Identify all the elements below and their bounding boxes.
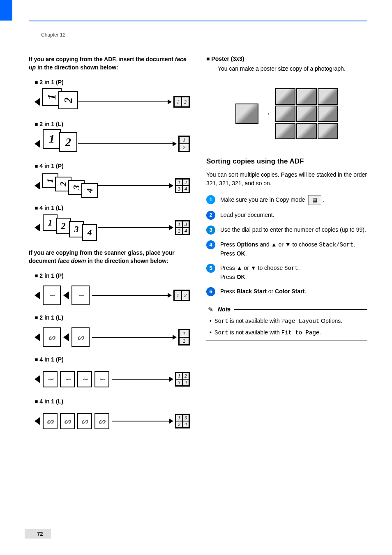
sort-heading: Sorting copies using the ADF	[206, 157, 367, 166]
layout-glass-2in1l: 2 in 1 (L) ᔕ ᔕ 12	[29, 314, 190, 351]
page-card: 1	[43, 129, 61, 149]
note-rule	[234, 309, 367, 310]
step-text: Press Options and ▲ or ▼ to choose Stack…	[220, 240, 367, 258]
page-card: 2	[59, 132, 77, 152]
note-title: Note	[218, 306, 231, 313]
step-5: 5 Press ▲ or ▼ to choose Sort. Press OK.	[206, 264, 367, 281]
step-4: 4 Press Options and ▲ or ▼ to choose Sta…	[206, 240, 367, 258]
photo-poster-grid	[275, 88, 338, 139]
step-1-text: Make sure you are in Copy mode	[220, 196, 305, 203]
glass-intro: If you are copying from the scanner glas…	[29, 249, 190, 265]
layout-label: 2 in 1 (L)	[35, 121, 190, 127]
layout-glass-4in1p: 4 in 1 (P) ∼ ∽ ∼ ∽ 1234	[29, 356, 190, 393]
page-card: ∽	[71, 286, 90, 305]
page-card: 1	[43, 214, 58, 231]
page-card: ᔕ	[43, 413, 58, 429]
result-grid: 12	[178, 329, 190, 345]
layout-adf-2in1l: 2 in 1 (L) 1 2 12	[29, 121, 190, 158]
sort-intro: You can sort multiple copies. Pages will…	[206, 170, 367, 188]
copy-mode-icon: ▤	[308, 195, 321, 205]
result-grid: 1324	[175, 414, 190, 428]
step-badge: 2	[206, 211, 215, 220]
note-item: Sort is not available with Fit to Page.	[210, 328, 367, 337]
step-text: Press ▲ or ▼ to choose Sort. Press OK.	[220, 264, 367, 281]
step-badge: 1	[206, 195, 215, 204]
note-icon: ✎	[206, 305, 214, 313]
result-grid: 12	[178, 136, 190, 152]
step-1: 1 Make sure you are in Copy mode ▤ .	[206, 195, 367, 205]
layout-glass-2in1p: 2 in 1 (P) ∼ ∽ 12	[29, 272, 190, 309]
left-arrow-icon	[35, 333, 40, 341]
step-text: Use the dial pad to enter the number of …	[220, 226, 367, 234]
glass-intro-em: face down	[58, 258, 86, 264]
poster-illustration: →	[235, 80, 338, 147]
diagram: ᔕ ᔕ 12	[35, 323, 190, 351]
page-card: ∼	[43, 371, 58, 387]
page-card: 2	[56, 218, 71, 234]
step-text: Load your document.	[220, 211, 367, 219]
left-arrow-icon	[35, 375, 40, 383]
page-card: 4	[81, 183, 98, 198]
layout-label: 2 in 1 (L)	[35, 314, 190, 321]
page-tab	[0, 0, 12, 21]
result-grid: 1324	[175, 220, 190, 235]
content-area: If you are copying from the ADF, insert …	[29, 55, 367, 440]
left-arrow-icon	[35, 182, 40, 190]
arrow-icon	[112, 379, 173, 380]
diagram: ∼ ∽ ∼ ∽ 1234	[35, 365, 190, 393]
page-card: ᔕ	[95, 413, 109, 429]
layout-adf-2in1p: 2 in 1 (P) 1 2 12	[29, 79, 190, 116]
chapter-label: Chapter 12	[41, 32, 65, 38]
note-list: Sort is not available with Page Layout O…	[206, 317, 367, 337]
arrow-icon	[92, 295, 171, 296]
left-arrow-icon	[35, 417, 40, 425]
layout-label: 2 in 1 (P)	[35, 79, 190, 85]
result-grid: 1234	[175, 372, 190, 387]
diagram: ᔕ ᔕ ᔕ ᔕ 1324	[35, 407, 190, 435]
step-text: Press Black Start or Color Start.	[220, 287, 367, 296]
layout-glass-4in1l: 4 in 1 (L) ᔕ ᔕ ᔕ ᔕ 1324	[29, 398, 190, 435]
layout-label: 2 in 1 (P)	[35, 272, 190, 279]
arrow-icon	[78, 101, 171, 102]
step-3: 3 Use the dial pad to enter the number o…	[206, 226, 367, 235]
left-arrow-icon	[35, 223, 40, 232]
left-column: If you are copying from the ADF, insert …	[29, 55, 190, 440]
note-box: ✎ Note Sort is not available with Page L…	[206, 302, 367, 344]
diagram: 1 2 3 4 1324	[35, 214, 190, 242]
page-card: 3	[69, 221, 84, 237]
page-card: ᔕ	[60, 413, 75, 429]
left-arrow-icon	[35, 98, 40, 106]
diagram: ∼ ∽ 12	[35, 281, 190, 309]
page-card: 2	[58, 91, 78, 109]
left-arrow-icon	[63, 333, 69, 341]
poster-desc: You can make a poster size copy of a pho…	[218, 64, 367, 73]
page-card: ᔕ	[77, 413, 92, 429]
page-card: 4	[82, 224, 97, 241]
step-2: 2 Load your document.	[206, 211, 367, 220]
arrow-icon	[112, 421, 173, 421]
adf-intro-pre: If you are copying from the ADF, insert …	[29, 56, 175, 62]
diagram: 1 2 12	[35, 88, 190, 116]
page-card: ∼	[77, 371, 92, 387]
diagram: 1 2 12	[35, 130, 190, 158]
result-grid: 12	[173, 96, 190, 108]
arrow-icon	[78, 143, 176, 144]
note-header: ✎ Note	[206, 305, 367, 313]
poster-label: Poster (3x3)	[206, 55, 367, 62]
step-6: 6 Press Black Start or Color Start.	[206, 287, 367, 296]
layout-adf-4in1l: 4 in 1 (L) 1 2 3 4 1324	[29, 205, 190, 242]
page-card: ∽	[60, 371, 75, 387]
page-card: ∽	[95, 371, 109, 387]
page-card: ᔕ	[43, 327, 61, 347]
diagram: 1 2 3 4 1234	[35, 172, 190, 200]
left-arrow-icon	[35, 291, 40, 299]
page-card: ∼	[43, 286, 61, 305]
step-text: Make sure you are in Copy mode ▤ .	[220, 195, 367, 205]
right-column: Poster (3x3) You can make a poster size …	[206, 55, 367, 440]
adf-intro-post: in the direction shown below:	[36, 64, 118, 71]
layout-label: 4 in 1 (L)	[35, 398, 190, 405]
header-rule	[29, 21, 367, 21]
left-arrow-icon	[63, 291, 69, 299]
result-grid: 1234	[175, 178, 190, 193]
layout-label: 4 in 1 (P)	[35, 356, 190, 363]
